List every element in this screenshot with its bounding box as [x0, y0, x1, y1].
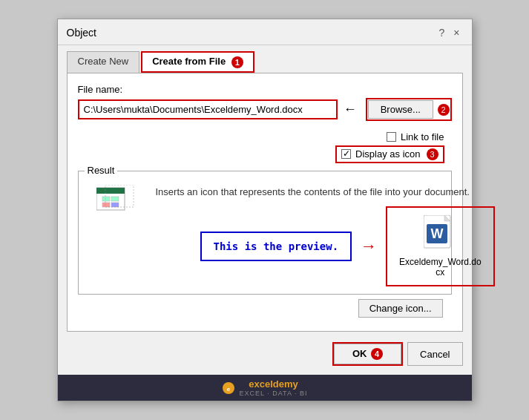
- file-row: ← Browse... 2: [78, 98, 452, 121]
- arrow-icon: ←: [344, 102, 357, 117]
- result-label: Result: [85, 165, 118, 176]
- tab-badge: 1: [231, 56, 243, 68]
- title-bar: Object ? ×: [58, 19, 472, 45]
- result-icon-area: [86, 179, 145, 287]
- link-to-file-option: Link to file: [387, 131, 444, 142]
- word-doc-label: Exceldemy_Word.do cx: [399, 257, 482, 278]
- display-icon-badge: 3: [427, 148, 438, 160]
- result-description: Inserts an icon that represents the cont…: [156, 179, 495, 200]
- options-row: Link to file Display as icon 3: [78, 131, 452, 163]
- display-as-icon-label: Display as icon: [355, 148, 420, 160]
- tab-row: Create New Create from File 1: [58, 45, 472, 73]
- title-icons: ? ×: [436, 25, 463, 40]
- content-panel: File name: ← Browse... 2 Link to file Di…: [67, 73, 463, 332]
- ok-button[interactable]: OK 4: [334, 344, 401, 364]
- close-button[interactable]: ×: [450, 25, 462, 40]
- ok-btn-wrap: OK 4: [332, 342, 403, 366]
- object-dialog: Object ? × Create New Create from File 1…: [57, 19, 473, 401]
- svg-rect-5: [111, 203, 119, 207]
- svg-text:W: W: [431, 226, 444, 241]
- svg-rect-2: [102, 197, 110, 201]
- browse-badge: 2: [438, 104, 450, 116]
- file-input-wrap: [78, 99, 338, 119]
- change-icon-row: Change icon...: [78, 295, 452, 321]
- watermark-bar: e exceldemy EXCEL · DATA · BI: [58, 375, 472, 401]
- browse-btn-wrap: Browse... 2: [366, 98, 452, 121]
- watermark-logo-icon: e: [222, 381, 235, 395]
- link-to-file-checkbox[interactable]: [387, 132, 396, 142]
- watermark-sub: EXCEL · DATA · BI: [240, 390, 308, 397]
- tab-create-new[interactable]: Create New: [67, 51, 140, 73]
- file-name-label: File name:: [78, 84, 452, 95]
- preview-text: This is the preview.: [214, 240, 339, 252]
- help-button[interactable]: ?: [436, 25, 448, 40]
- svg-rect-4: [102, 203, 110, 207]
- spreadsheet-icon: [96, 185, 135, 220]
- tab-create-from-file[interactable]: Create from File 1: [141, 51, 254, 73]
- preview-arrow-icon: →: [361, 237, 377, 256]
- change-icon-button[interactable]: Change icon...: [358, 299, 443, 318]
- svg-text:e: e: [226, 386, 230, 393]
- result-section: Result Inserts an icon that represents t…: [78, 171, 452, 295]
- display-as-icon-option: Display as icon 3: [335, 145, 444, 163]
- svg-rect-3: [111, 197, 119, 201]
- watermark-text: exceldemy: [249, 378, 298, 390]
- preview-area: This is the preview. → W Exceldemy_Word.…: [200, 206, 495, 286]
- word-icon-wrap: W Exceldemy_Word.do cx: [386, 206, 495, 286]
- cancel-button[interactable]: Cancel: [407, 342, 462, 366]
- link-to-file-label: Link to file: [401, 131, 444, 142]
- ok-badge: 4: [371, 348, 383, 360]
- preview-text-box: This is the preview.: [200, 232, 352, 261]
- file-name-input[interactable]: [79, 101, 336, 118]
- browse-button[interactable]: Browse...: [368, 100, 433, 119]
- display-as-icon-checkbox[interactable]: [341, 149, 351, 159]
- action-row: OK 4 Cancel: [58, 339, 472, 375]
- dialog-title: Object: [67, 27, 96, 39]
- svg-rect-1: [96, 188, 125, 194]
- word-doc-icon: W: [424, 215, 456, 254]
